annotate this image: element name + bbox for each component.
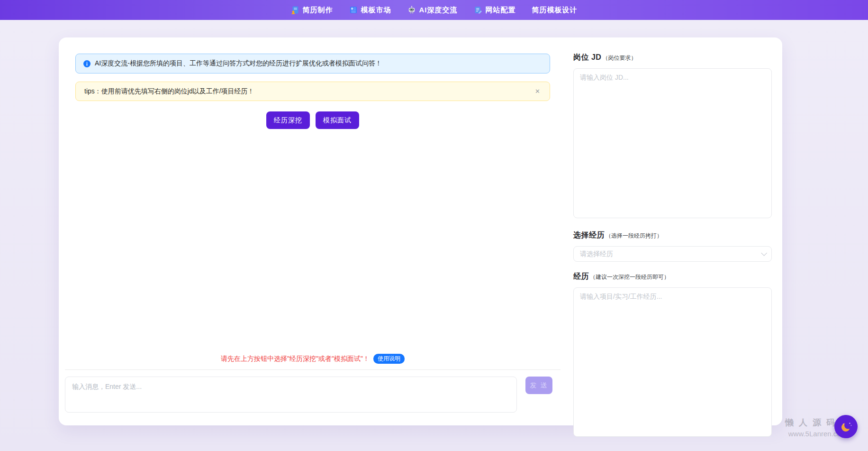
theme-toggle-button[interactable] <box>834 415 858 438</box>
chevron-down-icon <box>761 250 767 256</box>
experience-label-sub: （建议一次深挖一段经历即可） <box>590 273 669 281</box>
nav-item-label: AI深度交流 <box>419 6 458 15</box>
info-alert-text: AI深度交流-根据您所填的项目、工作等通过问答方式对您的经历进行扩展优化或者模拟… <box>95 59 382 68</box>
select-experience-label-main: 选择经历 <box>573 230 605 240</box>
settings-panel: 岗位 JD （岗位要求） 选择经历 （选择一段经历拷打） 请选择经历 经历 （建… <box>573 53 772 439</box>
nav-item-resume-builder[interactable]: 简历制作 <box>291 6 333 15</box>
close-icon[interactable]: ✕ <box>534 87 541 95</box>
deep-dig-button[interactable]: 经历深挖 <box>266 111 310 129</box>
nav-item-label: 模板市场 <box>361 6 391 15</box>
jd-input[interactable] <box>573 68 772 218</box>
experience-label-main: 经历 <box>573 272 589 282</box>
chat-panel: AI深度交流-根据您所填的项目、工作等通过问答方式对您的经历进行扩展优化或者模拟… <box>65 37 561 425</box>
info-alert: AI深度交流-根据您所填的项目、工作等通过问答方式对您的经历进行扩展优化或者模拟… <box>75 54 550 74</box>
site-config-icon <box>474 6 482 14</box>
main-card: AI深度交流-根据您所填的项目、工作等通过问答方式对您的经历进行扩展优化或者模拟… <box>59 37 782 425</box>
chat-message-area <box>65 129 561 354</box>
nav-item-site-config[interactable]: 网站配置 <box>474 6 516 15</box>
experience-input[interactable] <box>573 287 772 437</box>
tips-alert: tips：使用前请优先填写右侧的岗位jd以及工作/项目经历！ ✕ <box>75 82 550 101</box>
send-button[interactable]: 发 送 <box>525 377 552 394</box>
tips-alert-text: tips：使用前请优先填写右侧的岗位jd以及工作/项目经历！ <box>84 87 254 96</box>
experience-select-placeholder: 请选择经历 <box>580 250 761 258</box>
jd-label-sub: （岗位要求） <box>602 54 636 62</box>
mode-hint-row: 请先在上方按钮中选择"经历深挖"或者"模拟面试"！ 使用说明 <box>65 354 561 364</box>
mode-hint-text: 请先在上方按钮中选择"经历深挖"或者"模拟面试"！ <box>221 355 370 363</box>
nav-item-label: 简历模板设计 <box>532 6 578 15</box>
moon-icon <box>839 420 853 434</box>
mock-interview-button[interactable]: 模拟面试 <box>316 111 359 129</box>
top-navbar: 简历制作 模板市场 AI深度交流 网站配置 简历模板设计 <box>0 0 868 20</box>
jd-label-main: 岗位 JD <box>573 53 601 63</box>
nav-item-label: 网站配置 <box>486 6 516 15</box>
message-input-row: 发 送 <box>65 377 561 413</box>
info-icon <box>83 60 90 67</box>
nav-item-label: 简历制作 <box>303 6 333 15</box>
message-input[interactable] <box>65 377 517 413</box>
experience-label: 经历 （建议一次深挖一段经历即可） <box>573 272 772 282</box>
usage-guide-button[interactable]: 使用说明 <box>373 354 405 364</box>
select-experience-label-sub: （选择一段经历拷打） <box>606 232 662 240</box>
nav-item-template-market[interactable]: 模板市场 <box>349 6 391 15</box>
mode-button-row: 经历深挖 模拟面试 <box>75 111 550 129</box>
robot-icon <box>407 6 416 14</box>
jd-label: 岗位 JD （岗位要求） <box>573 53 772 63</box>
resume-builder-icon <box>291 6 299 14</box>
template-market-icon <box>349 6 358 14</box>
select-experience-label: 选择经历 （选择一段经历拷打） <box>573 230 772 240</box>
nav-item-ai-chat[interactable]: AI深度交流 <box>407 6 458 15</box>
experience-select[interactable]: 请选择经历 <box>573 246 772 262</box>
input-divider <box>65 369 561 370</box>
nav-item-template-design[interactable]: 简历模板设计 <box>532 6 578 15</box>
